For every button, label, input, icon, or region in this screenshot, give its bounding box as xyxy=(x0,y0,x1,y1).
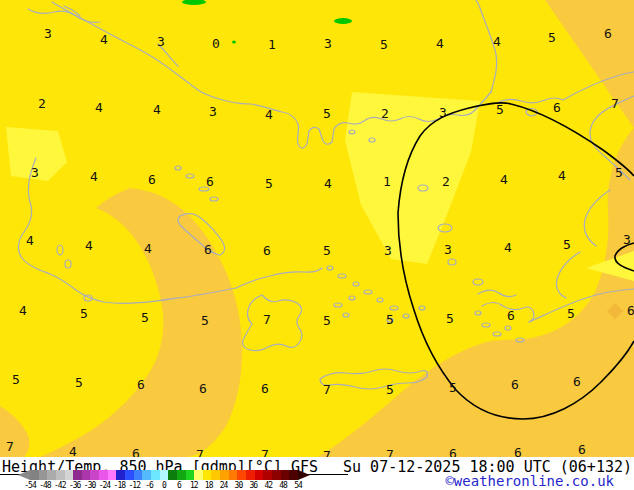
scale-tick-label: 30 xyxy=(235,481,243,490)
scale-color-segment xyxy=(220,470,229,480)
info-bar: Height/Temp. 850 hPa [gdmp][°C] GFS Su 0… xyxy=(0,457,634,490)
svg-text:7: 7 xyxy=(261,447,269,457)
svg-text:6: 6 xyxy=(604,26,612,41)
svg-text:7: 7 xyxy=(386,447,394,457)
svg-text:7: 7 xyxy=(611,96,619,111)
scale-color-segment xyxy=(99,470,108,480)
svg-text:4: 4 xyxy=(558,168,566,183)
scale-color-segment xyxy=(47,470,56,480)
svg-text:3: 3 xyxy=(623,232,631,247)
svg-text:3: 3 xyxy=(44,26,52,41)
map-canvas: 3430135445624434523567346654124454446653… xyxy=(0,0,634,457)
svg-text:7: 7 xyxy=(6,439,14,454)
svg-text:4: 4 xyxy=(85,238,93,253)
scale-tick-label: 0 xyxy=(162,481,166,490)
svg-text:4: 4 xyxy=(153,102,161,117)
svg-text:6: 6 xyxy=(206,174,214,189)
svg-text:2: 2 xyxy=(38,96,46,111)
scale-color-segment xyxy=(160,470,169,480)
scale-color-segment xyxy=(56,470,65,480)
svg-text:4: 4 xyxy=(144,241,152,256)
svg-text:3: 3 xyxy=(324,36,332,51)
scale-colorbar xyxy=(30,470,298,480)
scale-tick-label: 12 xyxy=(190,481,198,490)
svg-text:7: 7 xyxy=(196,447,204,457)
scale-color-segment xyxy=(186,470,195,480)
svg-text:5: 5 xyxy=(548,30,556,45)
scale-tick-label: -12 xyxy=(128,481,139,490)
svg-text:5: 5 xyxy=(386,382,394,397)
scale-tick-label: -48 xyxy=(39,481,50,490)
scale-color-segment xyxy=(263,470,272,480)
svg-text:4: 4 xyxy=(100,32,108,47)
scale-tick-label: -30 xyxy=(84,481,95,490)
svg-text:6: 6 xyxy=(507,308,515,323)
svg-text:6: 6 xyxy=(199,381,207,396)
scale-color-segment xyxy=(151,470,160,480)
scale-color-segment xyxy=(108,470,117,480)
svg-text:6: 6 xyxy=(132,446,140,457)
scale-tick-label: -54 xyxy=(24,481,35,490)
scale-tick-label: -42 xyxy=(54,481,65,490)
scale-tick-label: -6 xyxy=(145,481,153,490)
svg-text:0: 0 xyxy=(212,36,220,51)
svg-text:7: 7 xyxy=(323,382,331,397)
svg-text:5: 5 xyxy=(615,165,623,180)
svg-text:5: 5 xyxy=(323,106,331,121)
svg-text:6: 6 xyxy=(148,172,156,187)
svg-text:1: 1 xyxy=(383,174,391,189)
scale-color-segment xyxy=(168,470,177,480)
svg-text:5: 5 xyxy=(563,237,571,252)
scale-color-segment xyxy=(65,470,74,480)
svg-text:2: 2 xyxy=(381,106,389,121)
scale-color-segment xyxy=(272,470,281,480)
scale-color-segment xyxy=(237,470,246,480)
svg-text:4: 4 xyxy=(26,233,34,248)
svg-text:5: 5 xyxy=(201,313,209,328)
svg-text:5: 5 xyxy=(141,310,149,325)
svg-text:5: 5 xyxy=(386,312,394,327)
svg-text:5: 5 xyxy=(75,375,83,390)
svg-text:6: 6 xyxy=(137,377,145,392)
svg-text:6: 6 xyxy=(553,100,561,115)
svg-text:5: 5 xyxy=(265,176,273,191)
scale-color-segment xyxy=(116,470,125,480)
scale-arrow-left-icon xyxy=(18,470,30,480)
svg-text:3: 3 xyxy=(444,242,452,257)
credit-link[interactable]: ©weatheronline.co.uk xyxy=(445,473,614,489)
svg-text:4: 4 xyxy=(324,176,332,191)
temperature-map: 3430135445624434523567346654124454446653… xyxy=(0,0,634,457)
svg-text:4: 4 xyxy=(500,172,508,187)
svg-text:5: 5 xyxy=(323,313,331,328)
svg-text:5: 5 xyxy=(567,306,575,321)
scale-color-segment xyxy=(142,470,151,480)
scale-color-segment xyxy=(30,470,39,480)
scale-color-segment xyxy=(82,470,91,480)
svg-text:5: 5 xyxy=(323,243,331,258)
scale-arrow-right-icon xyxy=(298,470,310,480)
scale-color-segment xyxy=(246,470,255,480)
svg-text:6: 6 xyxy=(514,445,522,457)
scale-color-segment xyxy=(90,470,99,480)
scale-color-segment xyxy=(177,470,186,480)
scale-tick-label: 54 xyxy=(294,481,302,490)
svg-text:6: 6 xyxy=(204,242,212,257)
svg-text:4: 4 xyxy=(436,36,444,51)
scale-color-segment xyxy=(134,470,143,480)
svg-text:6: 6 xyxy=(573,374,581,389)
svg-text:6: 6 xyxy=(261,381,269,396)
scale-color-segment xyxy=(125,470,134,480)
scale-color-segment xyxy=(203,470,212,480)
svg-text:4: 4 xyxy=(504,240,512,255)
scale-tick-label: 48 xyxy=(279,481,287,490)
weather-map-page: 3430135445624434523567346654124454446653… xyxy=(0,0,634,490)
svg-text:4: 4 xyxy=(19,303,27,318)
svg-text:5: 5 xyxy=(12,372,20,387)
svg-text:2: 2 xyxy=(442,174,450,189)
scale-tick-label: -36 xyxy=(69,481,80,490)
svg-text:5: 5 xyxy=(380,37,388,52)
svg-text:4: 4 xyxy=(90,169,98,184)
svg-text:6: 6 xyxy=(263,243,271,258)
svg-text:6: 6 xyxy=(627,303,634,318)
svg-text:3: 3 xyxy=(157,34,165,49)
